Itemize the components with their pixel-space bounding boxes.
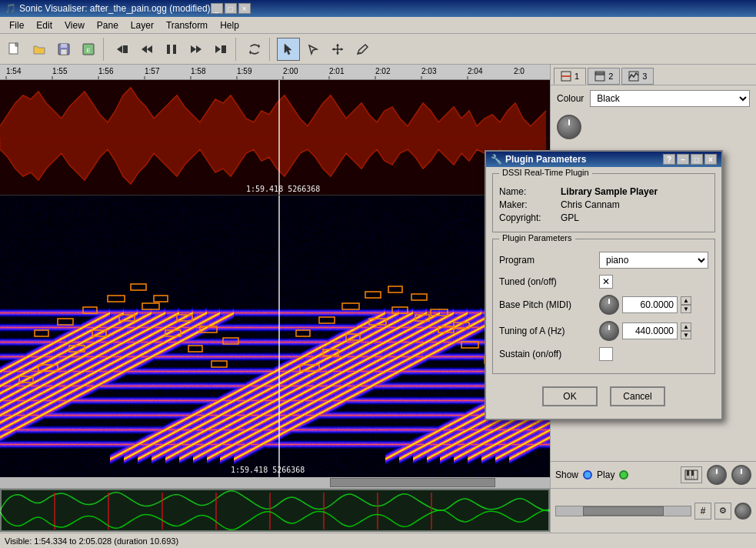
menu-edit[interactable]: Edit bbox=[30, 18, 58, 32]
position-display: 1:59.418 5266368 bbox=[246, 185, 320, 193]
svg-rect-50 bbox=[131, 284, 146, 290]
spec-position: 1:59.418 5266368 bbox=[231, 466, 305, 474]
spectrogram-track[interactable]: 1:59.418 5266368 bbox=[0, 195, 550, 488]
settings-button[interactable]: ⚙ bbox=[714, 503, 731, 520]
draw-tool-button[interactable] bbox=[351, 38, 374, 61]
svg-rect-68 bbox=[411, 294, 427, 300]
plugin-params-group: Plugin Parameters Program piano Tuned (o… bbox=[492, 239, 715, 374]
navigate-tool-button[interactable] bbox=[301, 38, 325, 61]
volume-knob[interactable] bbox=[707, 465, 727, 485]
cancel-button[interactable]: Cancel bbox=[610, 386, 665, 406]
svg-rect-16 bbox=[221, 45, 226, 53]
level-knob-2[interactable] bbox=[731, 465, 751, 485]
base-pitch-param-row: Base Pitch (MIDI) ▲ ▼ bbox=[499, 295, 708, 315]
scrollbar-thumb[interactable] bbox=[330, 478, 495, 487]
menu-help[interactable]: Help bbox=[214, 18, 245, 32]
overview-track[interactable] bbox=[0, 489, 550, 532]
svg-marker-15 bbox=[215, 45, 221, 53]
play-label: Play bbox=[597, 469, 614, 480]
svg-marker-9 bbox=[147, 45, 152, 53]
colour-row: Colour Black White Red Green Blue bbox=[551, 85, 756, 112]
menu-bar: File Edit View Pane Layer Transform Help bbox=[0, 17, 756, 34]
tuned-checkbox[interactable]: ✕ bbox=[599, 275, 613, 289]
svg-rect-64 bbox=[319, 317, 335, 323]
dialog-close-button[interactable]: × bbox=[704, 154, 717, 165]
tuning-a-down[interactable]: ▼ bbox=[681, 331, 691, 339]
base-pitch-input[interactable] bbox=[622, 296, 678, 313]
tab-3[interactable]: 3 bbox=[621, 68, 654, 85]
hash-button[interactable]: # bbox=[694, 503, 711, 520]
tuning-a-input[interactable] bbox=[622, 322, 678, 339]
bottom-scroll-thumb[interactable] bbox=[583, 506, 664, 516]
play-pause-button[interactable] bbox=[160, 38, 183, 61]
bottom-scrollbar[interactable] bbox=[555, 506, 691, 516]
new-button[interactable] bbox=[3, 38, 26, 61]
svg-rect-10 bbox=[167, 45, 170, 54]
menu-transform[interactable]: Transform bbox=[160, 18, 214, 32]
select-tool-button[interactable] bbox=[277, 38, 300, 61]
dialog-min-button[interactable]: – bbox=[677, 154, 689, 165]
waveform-track[interactable]: 1:59.418 5266368 bbox=[0, 80, 550, 195]
svg-rect-51 bbox=[154, 296, 168, 302]
dialog-help-button[interactable]: ? bbox=[663, 154, 675, 165]
minimize-button[interactable]: _ bbox=[211, 3, 223, 14]
ok-button[interactable]: OK bbox=[542, 386, 598, 406]
svg-rect-52 bbox=[177, 315, 192, 321]
forward-end-button[interactable] bbox=[209, 38, 232, 61]
svg-marker-22 bbox=[341, 48, 343, 51]
plugin-dialog-titlebar: 🔧 Plugin Parameters ? – □ × bbox=[486, 152, 721, 167]
svg-rect-80 bbox=[687, 470, 689, 476]
colour-select[interactable]: Black White Red Green Blue bbox=[590, 90, 750, 107]
program-select[interactable]: piano bbox=[599, 252, 708, 269]
title-text: Sonic Visualiser: after_the_pain.ogg (mo… bbox=[19, 3, 211, 14]
move-tool-button[interactable] bbox=[326, 38, 349, 61]
rewind-button[interactable] bbox=[135, 38, 158, 61]
svg-rect-61 bbox=[438, 326, 454, 332]
tab-2[interactable]: 2 bbox=[588, 68, 620, 85]
maximize-button[interactable]: □ bbox=[225, 3, 237, 14]
svg-rect-39 bbox=[69, 346, 85, 352]
toolbar-separator-2 bbox=[235, 38, 240, 61]
bottom-right-controls: # ⚙ bbox=[550, 489, 756, 533]
tab-1[interactable]: 1 bbox=[554, 68, 586, 85]
svg-rect-69 bbox=[431, 309, 448, 316]
dialog-max-button[interactable]: □ bbox=[691, 154, 703, 165]
export-button[interactable]: E bbox=[77, 38, 100, 61]
plugin-maker-row: Maker: Chris Cannam bbox=[499, 199, 708, 210]
base-pitch-knob[interactable] bbox=[599, 295, 619, 315]
piano-roll-button[interactable] bbox=[681, 466, 702, 483]
toolbar: E bbox=[0, 34, 756, 65]
svg-rect-70 bbox=[454, 322, 469, 329]
svg-rect-7 bbox=[123, 45, 128, 53]
svg-rect-44 bbox=[188, 346, 202, 352]
svg-rect-57 bbox=[346, 334, 360, 340]
save-button[interactable] bbox=[52, 38, 75, 61]
horizontal-scrollbar[interactable] bbox=[0, 477, 550, 488]
rewind-start-button[interactable] bbox=[111, 38, 134, 61]
base-pitch-spinners: ▲ ▼ bbox=[681, 296, 691, 313]
timeline: 1:54 1:55 1:56 1:57 1:58 1:59 2:00 2:01 … bbox=[0, 65, 550, 80]
fast-forward-button[interactable] bbox=[185, 38, 208, 61]
play-radio[interactable] bbox=[619, 470, 628, 480]
tuning-a-up[interactable]: ▲ bbox=[681, 322, 691, 331]
svg-marker-8 bbox=[142, 45, 147, 53]
dssi-group-title: DSSI Real-Time Plugin bbox=[499, 168, 592, 177]
svg-rect-65 bbox=[342, 303, 359, 309]
base-pitch-up[interactable]: ▲ bbox=[681, 296, 691, 305]
svg-rect-53 bbox=[200, 326, 217, 332]
menu-layer[interactable]: Layer bbox=[125, 18, 160, 32]
level-knob[interactable] bbox=[557, 115, 581, 139]
base-pitch-down[interactable]: ▼ bbox=[681, 305, 691, 313]
show-radio[interactable] bbox=[583, 470, 592, 480]
loop-button[interactable] bbox=[243, 38, 266, 61]
menu-view[interactable]: View bbox=[58, 18, 91, 32]
overview-volume-knob[interactable] bbox=[734, 503, 751, 520]
close-button[interactable]: × bbox=[238, 3, 251, 14]
svg-rect-40 bbox=[92, 330, 106, 336]
tuning-a-knob[interactable] bbox=[599, 321, 619, 341]
params-group-title: Plugin Parameters bbox=[499, 233, 575, 242]
open-button[interactable] bbox=[28, 38, 51, 61]
sustain-checkbox[interactable] bbox=[599, 347, 613, 361]
menu-pane[interactable]: Pane bbox=[91, 18, 125, 32]
menu-file[interactable]: File bbox=[3, 18, 30, 32]
